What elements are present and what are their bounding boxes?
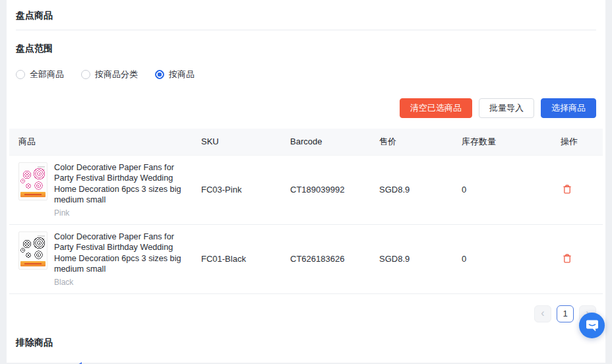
delete-row-button[interactable] (561, 252, 574, 265)
exclude-section-title: 排除商品 (16, 337, 596, 349)
col-header-product: 商品 (9, 129, 192, 155)
radio-unchecked-icon (16, 70, 25, 79)
chat-bubble-icon (586, 319, 599, 332)
product-sku: FC03-Pink (192, 155, 281, 224)
radio-label: 按商品 (169, 69, 195, 80)
product-variant: Black (54, 278, 188, 287)
scope-section-title: 盘点范围 (16, 43, 596, 55)
product-image (18, 231, 47, 270)
toolbar: 清空已选商品 批量导入 选择商品 (16, 98, 596, 118)
radio-checked-icon (155, 70, 164, 79)
col-header-price: 售价 (370, 129, 452, 155)
product-variant: Pink (54, 208, 188, 218)
product-barcode: CT189039992 (281, 155, 370, 224)
page-number: 1 (563, 309, 567, 318)
page-title: 盘点商品 (16, 0, 596, 30)
product-price: SGD8.9 (370, 155, 452, 224)
batch-import-button[interactable]: 批量导入 (479, 98, 534, 118)
clear-selected-button[interactable]: 清空已选商品 (400, 98, 472, 118)
product-name: Color Decorative Paper Fans for Party Fe… (54, 162, 188, 206)
product-price: SGD8.9 (370, 224, 452, 293)
trash-icon (562, 253, 572, 264)
inventory-check-panel: 盘点商品 盘点范围 全部商品 按商品分类 按商品 清空已选商品 批量导入 选择商… (7, 0, 605, 363)
page-number-button[interactable]: 1 (557, 305, 574, 322)
trash-icon (562, 184, 572, 195)
col-header-sku: SKU (192, 129, 281, 155)
radio-label: 按商品分类 (95, 69, 138, 80)
product-name: Color Decorative Paper Fans for Party Fe… (54, 231, 188, 275)
product-stock: 0 (452, 155, 551, 224)
pagination: ‹ 1 › (16, 305, 596, 322)
prev-page-button[interactable]: ‹ (534, 305, 551, 322)
products-table: 商品 SKU Barcode 售价 库存数量 操作 Color Decorati… (9, 129, 603, 294)
radio-by-category[interactable]: 按商品分类 (81, 69, 138, 80)
product-stock: 0 (452, 224, 551, 293)
table-row: Color Decorative Paper Fans for Party Fe… (9, 155, 603, 224)
radio-all-products[interactable]: 全部商品 (16, 69, 64, 80)
product-image (18, 162, 47, 200)
table-row: Color Decorative Paper Fans for Party Fe… (9, 224, 603, 293)
table-header-row: 商品 SKU Barcode 售价 库存数量 操作 (9, 129, 603, 155)
delete-row-button[interactable] (561, 183, 574, 196)
chat-messenger-button[interactable] (579, 313, 605, 338)
radio-by-product[interactable]: 按商品 (155, 69, 195, 80)
product-sku: FC01-Black (192, 224, 281, 293)
radio-unchecked-icon (81, 70, 90, 79)
select-products-button[interactable]: 选择商品 (541, 98, 596, 118)
negative-stock-row: 库存为负 (16, 360, 596, 364)
col-header-barcode: Barcode (281, 129, 370, 155)
col-header-action: 操作 (551, 129, 603, 155)
col-header-stock: 库存数量 (452, 129, 551, 155)
product-barcode: CT626183626 (281, 224, 370, 293)
chevron-left-icon: ‹ (541, 307, 544, 319)
radio-label: 全部商品 (30, 69, 64, 80)
scope-radio-group: 全部商品 按商品分类 按商品 (16, 69, 596, 80)
annotation-arrow-icon (69, 360, 113, 364)
